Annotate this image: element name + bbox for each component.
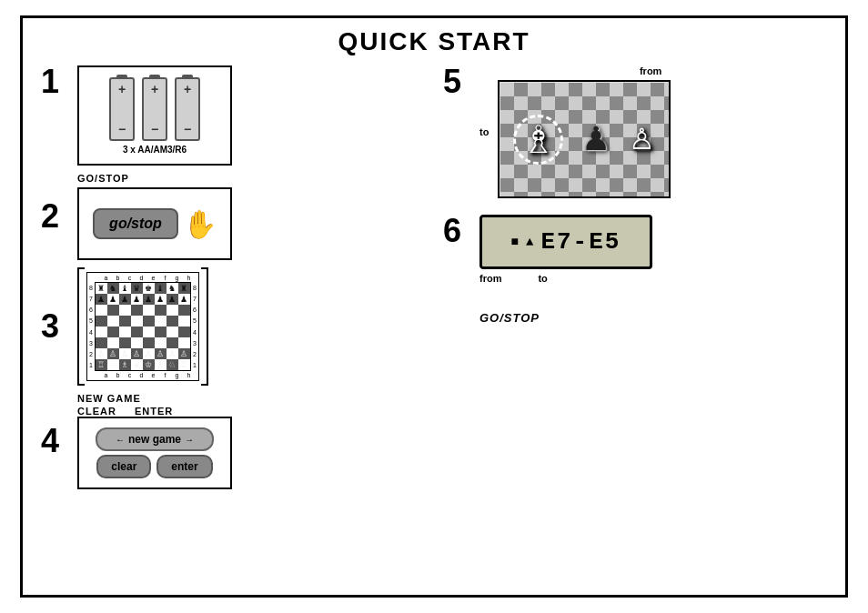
board-cell-2-0 — [96, 305, 107, 316]
step-6-to: to — [538, 273, 547, 284]
row-2: 2 — [89, 351, 93, 357]
board-cell-5-3 — [131, 337, 143, 348]
col-b: b — [112, 275, 124, 281]
board-cell-3-6 — [167, 316, 178, 327]
step-6-from: from — [479, 273, 501, 284]
board-cell-7-0: ♖ — [96, 359, 107, 370]
row-1r: 1 — [193, 362, 197, 368]
col-e: e — [147, 275, 159, 281]
bracket-left — [77, 267, 85, 386]
board-row-labels-right: 8 7 6 5 4 3 2 1 — [193, 282, 197, 371]
board-cell-3-3 — [131, 316, 143, 327]
battery-3-plus: + — [184, 82, 191, 96]
step-1-number: 1 — [41, 65, 68, 98]
clear-label: CLEAR — [77, 406, 116, 417]
row-6: 6 — [89, 306, 93, 313]
step-2-content: GO/STOP go/stop 🤚 — [77, 173, 425, 260]
battery-2-minus: − — [151, 122, 158, 136]
chess-board-background: ♗ ♟ ♙ — [500, 83, 669, 196]
display-piece-black: ■ — [511, 235, 520, 249]
step-4-content: NEW GAME CLEAR ENTER new game clea — [77, 393, 425, 489]
row-5r: 5 — [193, 317, 197, 324]
battery-2-plus: + — [151, 82, 158, 96]
step-6-from-to: from to — [479, 273, 548, 284]
col-f: f — [159, 275, 171, 281]
lower-buttons: clear enter — [96, 455, 212, 478]
dashed-circle: ♗ — [513, 115, 563, 165]
battery-1-minus: − — [118, 122, 126, 136]
step-5-arrows: to — [479, 126, 489, 137]
new-game-button[interactable]: new game — [96, 427, 214, 451]
row-7r: 7 — [193, 296, 197, 302]
col-e-b: e — [147, 372, 159, 378]
board-cell-7-7: ♖ — [178, 359, 190, 370]
row-4r: 4 — [193, 329, 197, 336]
board-cell-3-0 — [96, 316, 107, 327]
col-c-b: c — [124, 372, 136, 378]
step-5-inner: to from ♗ ♟ — [479, 65, 671, 198]
gostop-button[interactable]: go/stop — [93, 208, 178, 239]
battery-2: + − — [142, 77, 167, 141]
step-5: 5 to from ♗ — [443, 65, 827, 198]
content-area: 1 + − + − — [41, 65, 827, 578]
board-cell-4-0 — [96, 327, 107, 337]
step-6-content: ■ ▲ E7-E5 from to GO/STOP — [479, 215, 827, 325]
col-b-b: b — [112, 372, 124, 378]
chess-board-container: a b c d e f g h — [86, 272, 199, 381]
board-cell-0-2: ♝ — [119, 283, 131, 294]
col-h: h — [183, 275, 195, 281]
board-cell-3-7 — [178, 316, 190, 327]
board-cell-7-2: ♗ — [119, 359, 131, 370]
chess-pieces-illustration: ♗ ♟ ♙ — [498, 80, 671, 198]
white-pawn-piece: ♙ — [629, 122, 655, 156]
enter-button[interactable]: enter — [156, 455, 212, 478]
board-cell-0-3: ♛ — [131, 283, 143, 294]
row-2r: 2 — [193, 351, 197, 357]
page-title: QUICK START — [41, 27, 827, 56]
gostop-btn-area: go/stop 🤚 — [93, 208, 217, 240]
board-row-labels-left: 8 7 6 5 4 3 2 1 — [89, 282, 93, 371]
batteries-row: + − + − + − — [109, 77, 200, 141]
board-cell-2-1 — [107, 305, 119, 316]
board-cell-0-1: ♞ — [107, 283, 119, 294]
step-4: 4 NEW GAME CLEAR ENTER new game — [41, 393, 425, 489]
board-cell-5-5 — [155, 337, 167, 348]
step-4-labels: NEW GAME CLEAR ENTER — [77, 393, 173, 417]
col-c: c — [124, 275, 136, 281]
right-column: 5 to from ♗ — [434, 65, 827, 578]
clear-button[interactable]: clear — [96, 455, 151, 478]
row-5: 5 — [89, 317, 93, 324]
board-cell-2-3 — [131, 305, 143, 316]
step-2-label: GO/STOP — [77, 173, 129, 184]
board-cell-0-4: ♚ — [143, 283, 155, 294]
board-cell-3-1 — [107, 316, 119, 327]
chess-board-grid: ♜♞♝♛♚♝♞♜♟♟♟♟♟♟♟♟♙♙♙♙♙♙♙♙♖♘♗♕♔♗♘♖ — [95, 282, 191, 371]
board-cell-6-5: ♙ — [155, 348, 167, 359]
new-game-label: NEW GAME — [77, 393, 173, 404]
step-1-content: + − + − + − — [77, 65, 425, 166]
battery-2-top — [149, 75, 160, 79]
battery-1-plus: + — [118, 82, 126, 96]
board-cell-2-5 — [155, 305, 167, 316]
dark-pawn-piece: ♟ — [581, 120, 611, 158]
step-6-gostop: GO/STOP — [479, 311, 540, 325]
enter-label: ENTER — [135, 406, 173, 417]
board-cell-4-2 — [119, 327, 131, 337]
step-5-to: to — [479, 126, 489, 137]
row-7: 7 — [89, 296, 93, 302]
row-1: 1 — [89, 362, 93, 368]
step-2: 2 GO/STOP go/stop 🤚 — [41, 173, 425, 260]
row-3: 3 — [89, 340, 93, 347]
piece-container: ♗ ♟ ♙ — [500, 83, 669, 196]
board-cell-6-4: ♙ — [143, 348, 155, 359]
col-g: g — [171, 275, 183, 281]
chess-board-wrapper: a b c d e f g h — [89, 275, 197, 378]
board-cell-7-3: ♕ — [131, 359, 143, 370]
hand-icon: 🤚 — [183, 208, 217, 240]
board-cell-3-4 — [143, 316, 155, 327]
board-cell-0-6: ♞ — [167, 283, 178, 294]
step-3-content: a b c d e f g h — [77, 267, 425, 386]
board-cell-3-2 — [119, 316, 131, 327]
board-cell-6-2: ♙ — [119, 348, 131, 359]
board-cell-2-4 — [143, 305, 155, 316]
